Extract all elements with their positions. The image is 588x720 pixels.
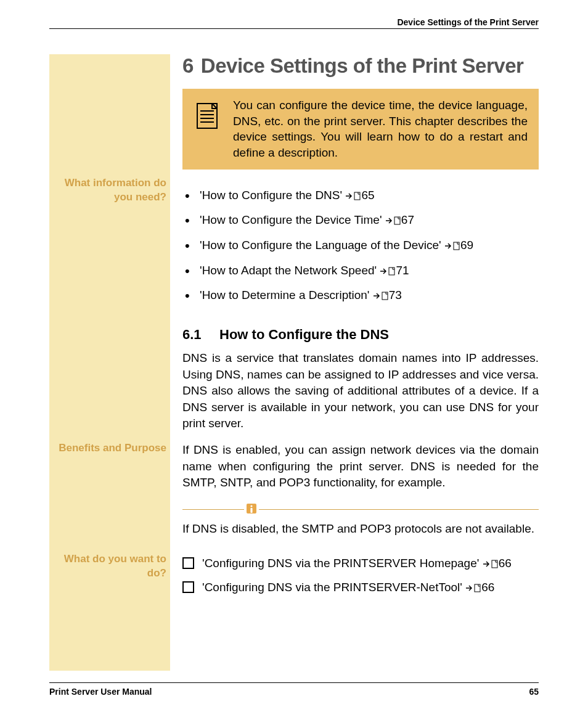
task-list: 'Configuring DNS via the PRINTSERVER Hom… [182,552,539,599]
list-item: 'How to Determine a Description' 73 [182,283,539,308]
page-ref[interactable]: 66 [465,581,494,594]
paragraph: DNS is a service that translates domain … [182,350,539,432]
svg-rect-6 [394,217,400,224]
list-item: 'How to Configure the Device Time' 67 [182,208,539,233]
svg-rect-14 [475,584,480,592]
svg-rect-8 [389,268,394,275]
footer-rule [49,682,539,683]
paragraph: If DNS is enabled, you can assign networ… [182,442,539,491]
section-title-text: How to Configure the DNS [219,327,389,342]
page-ref[interactable]: 71 [380,264,409,277]
svg-rect-5 [354,192,360,200]
svg-rect-9 [382,292,388,300]
section-title: 6.1How to Configure the DNS [182,327,539,343]
svg-rect-13 [492,560,497,568]
page-ref[interactable]: 73 [373,288,402,301]
intro-callout: You can configure the device time, the d… [182,89,539,170]
footer-manual-title: Print Server User Manual [49,687,152,697]
chapter-title-text: Device Settings of the Print Server [201,54,524,77]
page-number: 71 [396,264,409,277]
page-ref[interactable]: 65 [345,189,374,202]
page-ref[interactable]: 69 [444,239,473,252]
topic-text: 'How to Configure the Language of the De… [200,239,441,252]
task-text: 'Configuring DNS via the PRINTSERVER Hom… [202,557,479,570]
svg-rect-7 [454,242,459,250]
list-item: 'How to Configure the DNS' 65 [182,183,539,208]
topic-list: 'How to Configure the DNS' 65 'How to Co… [182,183,539,308]
page-number: 69 [460,239,473,252]
svg-rect-0 [197,104,217,128]
page-ref[interactable]: 66 [483,557,512,570]
topic-text: 'How to Configure the DNS' [200,189,342,202]
list-item: 'How to Configure the Language of the De… [182,233,539,258]
margin-label-benefits: Benefits and Purpose [52,441,166,456]
margin-label-whatdo: What do you want to do? [52,552,166,581]
page-number: 65 [361,189,374,202]
list-item: 'Configuring DNS via the PRINTSERVER-Net… [182,576,539,600]
list-item: 'How to Adapt the Network Speed' 71 [182,258,539,284]
svg-rect-12 [250,508,252,513]
running-header: Device Settings of the Print Server [397,17,539,27]
page-number: 66 [481,581,494,594]
info-icon [244,502,259,517]
margin-label-info: What information do you need? [52,176,166,205]
footer-page-number: 65 [529,687,539,697]
content-column: 6Device Settings of the Print Server You… [182,54,539,600]
margin-column: What information do you need? Benefits a… [49,54,170,671]
info-divider [182,502,539,517]
task-text: 'Configuring DNS via the PRINTSERVER-Net… [202,581,462,594]
page-number: 66 [499,557,512,570]
topic-text: 'How to Determine a Description' [200,288,369,301]
intro-text: You can configure the device time, the d… [233,97,528,161]
section-number: 6.1 [182,327,219,343]
note-icon [194,101,223,131]
topic-text: 'How to Configure the Device Time' [200,213,382,226]
list-item: 'Configuring DNS via the PRINTSERVER Hom… [182,552,539,576]
page-number: 67 [401,213,414,226]
chapter-title: 6Device Settings of the Print Server [182,54,539,78]
svg-point-11 [250,505,252,507]
page-ref[interactable]: 67 [385,213,414,226]
page-number: 73 [389,288,402,301]
topic-text: 'How to Adapt the Network Speed' [200,264,377,277]
header-rule [49,28,539,29]
info-note: If DNS is disabled, the SMTP and POP3 pr… [182,521,539,538]
chapter-number: 6 [182,54,194,77]
